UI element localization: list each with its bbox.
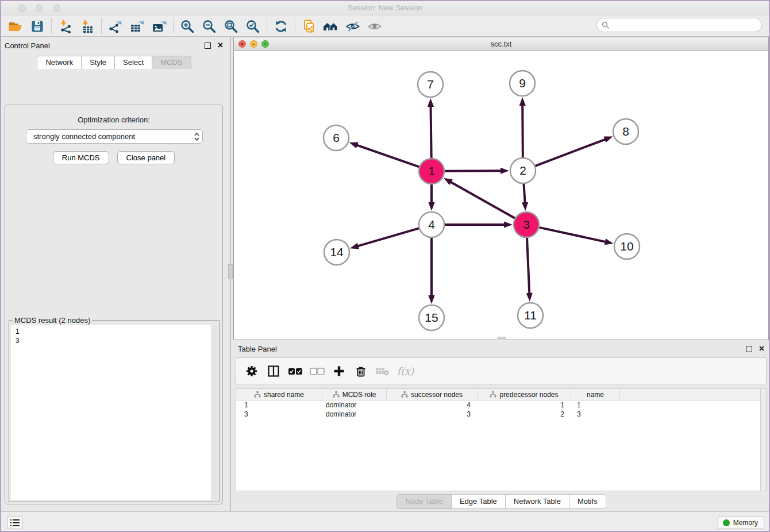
toolbar-separator <box>267 19 267 34</box>
graph-edge-2-9[interactable] <box>522 104 523 157</box>
search-box[interactable] <box>596 18 762 32</box>
tab-network-table[interactable]: Network Table <box>505 494 569 509</box>
graph-edge-3-1[interactable] <box>449 182 515 218</box>
select-all-columns-button[interactable] <box>287 363 303 379</box>
float-panel-icon[interactable] <box>205 43 211 49</box>
graph-edge-4-14[interactable] <box>357 228 419 246</box>
trash-icon <box>355 365 367 377</box>
toggle-column-view-button[interactable] <box>265 363 282 379</box>
network-window-titlebar[interactable]: × − + scc.txt <box>234 37 768 51</box>
tab-style[interactable]: Style <box>81 56 115 69</box>
graph[interactable]: 7968124314101511 <box>234 51 768 340</box>
table-cell[interactable]: 3 <box>387 410 478 419</box>
edge-arrowhead <box>604 137 613 143</box>
toolbar-separator <box>101 19 102 34</box>
tree-icon <box>333 391 340 398</box>
close-panel-button[interactable]: Close panel <box>117 151 175 164</box>
tab-network[interactable]: Network <box>37 56 82 69</box>
node-table[interactable]: shared nameMCDS rolesuccessor nodesprede… <box>236 388 767 491</box>
zoom-out-button[interactable] <box>198 18 220 35</box>
criterion-select[interactable]: strongly connected component <box>26 129 203 144</box>
table-cell[interactable]: 2 <box>478 410 571 419</box>
zoom-fit-button[interactable] <box>220 18 242 35</box>
network-canvas[interactable]: 7968124314101511 <box>234 51 768 340</box>
create-column-button[interactable] <box>330 363 347 379</box>
column-header-predecessor-nodes[interactable]: predecessor nodes <box>478 389 571 400</box>
column-header-MCDS-role[interactable]: MCDS role <box>322 389 387 400</box>
table-row[interactable]: 3dominator323 <box>236 410 766 419</box>
open-session-button[interactable] <box>5 18 26 35</box>
graph-edge-1-7[interactable] <box>430 105 431 158</box>
column-header-successor-nodes[interactable]: successor nodes <box>387 389 478 400</box>
graph-node-label: 8 <box>622 125 629 138</box>
splitter-grip[interactable] <box>228 264 233 279</box>
eye-icon <box>367 20 383 33</box>
delete-column-button[interactable] <box>352 363 369 379</box>
graph-node-label: 10 <box>620 240 633 253</box>
tab-mcds[interactable]: MCDS <box>152 56 191 69</box>
graph-edge-3-11[interactable] <box>527 238 529 295</box>
network-window-title: scc.txt <box>234 40 768 48</box>
graph-node-label: 1 <box>428 164 435 178</box>
table-float-panel-icon[interactable] <box>746 346 752 352</box>
table-cell[interactable]: 3 <box>236 410 322 419</box>
import-table-button[interactable] <box>76 18 98 35</box>
import-network-icon <box>59 20 72 33</box>
task-history-button[interactable] <box>7 516 22 529</box>
graph-edge-2-3[interactable] <box>523 184 525 204</box>
table-cell[interactable]: dominator <box>322 400 387 410</box>
new-network-from-selection-button[interactable] <box>298 18 320 35</box>
table-row[interactable]: 1dominator411 <box>236 400 766 410</box>
zoom-in-button[interactable] <box>176 18 198 35</box>
unselect-all-columns-button[interactable] <box>309 363 325 379</box>
save-session-button[interactable] <box>26 18 48 35</box>
graph-node-label: 14 <box>330 245 344 259</box>
graph-node-label: 15 <box>425 311 438 324</box>
zoom-in-icon <box>180 19 195 34</box>
graph-edge-3-10[interactable] <box>539 228 606 242</box>
graph-node-label: 2 <box>519 164 526 177</box>
table-cell[interactable]: dominator <box>322 410 387 419</box>
column-header-shared-name[interactable]: shared name <box>236 389 322 400</box>
refresh-icon <box>274 19 288 34</box>
hide-selected-button[interactable] <box>342 18 364 35</box>
show-all-button[interactable] <box>364 18 386 35</box>
table-cell[interactable]: 3 <box>571 410 620 419</box>
apply-layout-button[interactable] <box>270 18 292 35</box>
graph-edge-1-2[interactable] <box>445 171 502 171</box>
table-close-panel-icon[interactable]: × <box>759 345 764 352</box>
memory-button[interactable]: Memory <box>718 516 764 529</box>
table-cell[interactable]: 4 <box>387 400 478 410</box>
first-neighbors-button[interactable] <box>320 18 342 35</box>
graph-edge-1-6[interactable] <box>356 145 419 167</box>
tab-node-table[interactable]: Node Table <box>396 494 452 509</box>
import-network-button[interactable] <box>55 18 76 35</box>
select-stepper-icon <box>194 132 200 142</box>
edge-arrowhead <box>522 202 528 211</box>
table-header-row: shared nameMCDS rolesuccessor nodesprede… <box>236 389 766 400</box>
canvas-grip[interactable] <box>497 337 506 339</box>
table-cell[interactable]: 1 <box>478 400 571 410</box>
tab-select[interactable]: Select <box>114 56 152 69</box>
table-cell[interactable]: 1 <box>236 400 322 410</box>
graph-edge-2-8[interactable] <box>536 139 607 166</box>
delete-table-button-disabled <box>374 363 391 379</box>
zoom-selected-button[interactable] <box>242 18 264 35</box>
export-network-button[interactable] <box>105 18 126 35</box>
run-mcds-button[interactable]: Run MCDS <box>53 151 109 164</box>
graph-node-label: 4 <box>428 218 435 231</box>
result-scrollbar[interactable] <box>211 325 217 500</box>
column-header-name[interactable]: name <box>571 389 620 400</box>
tab-edge-table[interactable]: Edge Table <box>451 494 506 509</box>
two-houses-icon <box>322 20 340 33</box>
table-scrollbar[interactable] <box>760 389 766 491</box>
mcds-result-textarea[interactable]: 13 <box>11 325 217 500</box>
close-panel-icon[interactable]: × <box>218 42 223 48</box>
search-input[interactable] <box>613 21 761 29</box>
table-settings-button[interactable] <box>243 363 260 379</box>
table-cell[interactable]: 1 <box>571 400 620 410</box>
tab-motifs[interactable]: Motifs <box>569 494 606 509</box>
graph-node-label: 6 <box>333 131 340 144</box>
export-table-button[interactable] <box>126 18 148 35</box>
export-image-button[interactable] <box>148 18 170 35</box>
